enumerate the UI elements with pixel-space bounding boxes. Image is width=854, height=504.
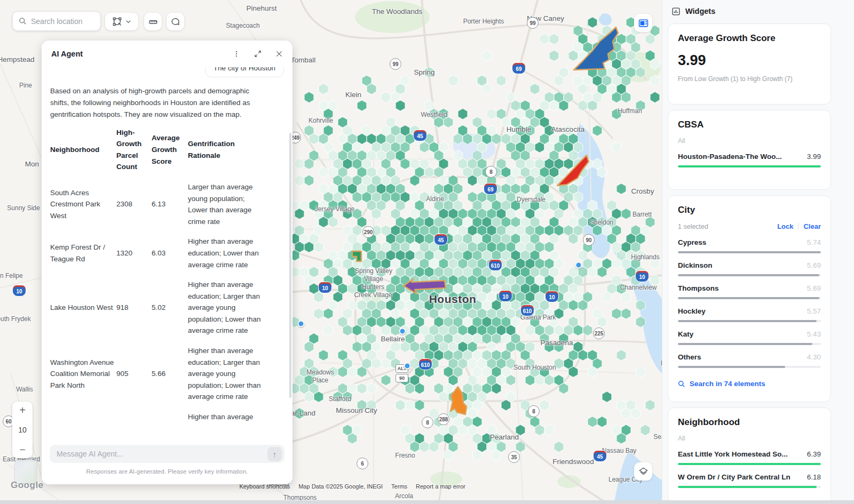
item-bar-track <box>678 251 821 253</box>
list-item[interactable]: Others4.30 <box>678 353 821 368</box>
route-shield-225: 225 <box>593 327 605 339</box>
table-cell-count: 918 <box>116 302 149 314</box>
list-item[interactable]: East Little York Homestead So...6.39 <box>678 450 821 465</box>
search-elements-link[interactable]: Search in 74 elements <box>678 380 821 388</box>
route-shield-10: 10 <box>635 270 649 282</box>
measure-button[interactable] <box>144 13 162 30</box>
map-label-jersey-village: Jersey Village <box>315 205 354 213</box>
lock-link[interactable]: Lock <box>777 222 793 230</box>
city-items: Cypress5.74Dickinson5.69Thompsons5.69Hoc… <box>678 238 821 368</box>
draw-area-button[interactable] <box>105 13 138 30</box>
toggle-widgets-panel-button[interactable] <box>634 14 652 32</box>
map-label-wallis: Wallis <box>16 386 33 394</box>
clear-link[interactable]: Clear <box>803 222 821 230</box>
zoom-out-button[interactable]: − <box>12 444 33 455</box>
cbsa-scope: All <box>678 137 821 145</box>
list-item[interactable]: Dickinson5.69 <box>678 261 821 276</box>
map-label-barrett: Barrett <box>632 211 652 219</box>
map-label-missouri-city: Missouri City <box>336 406 377 415</box>
map-point-marker[interactable] <box>298 321 305 327</box>
avg-growth-title: Average Growth Score <box>678 33 821 44</box>
kebab-menu-icon[interactable] <box>233 50 240 58</box>
item-name: Others <box>678 353 701 361</box>
app-window: PinehurstStagecoachThe WoodlandsPorter H… <box>0 0 854 504</box>
item-value: 5.69 <box>807 284 821 292</box>
map-label-porter-heights: Porter Heights <box>463 18 504 26</box>
item-name: East Little York Homestead So... <box>678 450 788 458</box>
neighborhood-scope: All <box>678 435 821 442</box>
list-item[interactable]: Houston-Pasadena-The Woo...3.99 <box>678 153 821 167</box>
widgets-header: Widgets <box>668 4 854 18</box>
list-item[interactable]: Cypress5.74 <box>678 238 821 253</box>
attribution-report[interactable]: Report a map error <box>416 483 465 490</box>
table-cell-neighborhood: South Acres Crestmont Park West <box>50 187 114 222</box>
cbsa-items: Houston-Pasadena-The Woo...3.99 <box>678 153 821 167</box>
map-label-nassau-bay: Nassau Bay <box>602 447 637 455</box>
map-label-stafford: Stafford <box>329 395 351 403</box>
gentrification-table: NeighborhoodHigh-Growth Parcel CountAver… <box>50 127 265 423</box>
expand-icon[interactable] <box>254 50 262 58</box>
list-item[interactable]: Katy5.43 <box>678 330 821 345</box>
list-item-row: Thompsons5.69 <box>678 284 821 292</box>
table-cell-score: 6.03 <box>152 247 186 259</box>
link-divider <box>798 223 798 230</box>
item-bar-track <box>678 486 821 488</box>
route-shield-99: 99 <box>390 58 401 70</box>
close-icon[interactable] <box>275 50 283 58</box>
neighborhood-items: East Little York Homestead So...6.39W Or… <box>678 450 821 488</box>
send-button[interactable]: ↑ <box>267 447 282 461</box>
ai-agent-header: AI Agent <box>42 41 292 67</box>
map-point-marker[interactable] <box>404 363 411 370</box>
item-bar-fill <box>678 274 819 276</box>
list-item[interactable]: W Orem Dr / City Park Central Ln6.18 <box>678 473 821 488</box>
route-shield-8: 8 <box>485 166 497 178</box>
table-cell-neighborhood: Lake Houston West <box>50 302 114 314</box>
map-label-crosby: Crosby <box>631 187 654 196</box>
map-label-hempstead: Hempstead <box>0 55 35 65</box>
table-cell-score: 5.66 <box>152 368 186 380</box>
ai-chat-scroll-area[interactable]: The city of Houston Based on an analysis… <box>42 67 292 438</box>
list-item[interactable]: Hockley5.57 <box>678 307 821 322</box>
item-bar-track <box>678 463 821 465</box>
route-shield-99: 99 <box>527 17 539 29</box>
list-item-row: East Little York Homestead So...6.39 <box>678 450 821 458</box>
item-bar-track <box>678 343 821 345</box>
list-item[interactable]: Thompsons5.69 <box>678 284 821 299</box>
route-shield-69: 69 <box>484 183 497 195</box>
route-shield-69: 69 <box>512 62 526 74</box>
table-cell-neighborhood: Washington Avenue Coalition Memorial Par… <box>50 357 114 391</box>
map-point-marker[interactable] <box>399 328 406 335</box>
zoom-in-button[interactable]: + <box>12 405 33 415</box>
message-input[interactable] <box>57 450 267 458</box>
item-name: Katy <box>678 330 693 338</box>
item-value: 6.39 <box>807 450 821 458</box>
comment-button[interactable] <box>167 13 184 30</box>
city-title: City <box>678 205 821 215</box>
map-label-pasadena: Pasadena <box>541 339 573 348</box>
attribution-terms[interactable]: Terms <box>391 483 407 490</box>
map-label-sheldon: Sheldon <box>590 219 613 227</box>
route-shield-10: 10 <box>545 291 559 302</box>
panel-scrollbar[interactable] <box>289 133 291 398</box>
chevron-down-icon <box>125 19 131 25</box>
table-cell-score: 5.02 <box>152 302 186 314</box>
avg-growth-caption: From Low Growth (1) to High Growth (7) <box>678 75 821 83</box>
item-name: W Orem Dr / City Park Central Ln <box>678 473 790 481</box>
table-cell-rationale: Higher than average education; Larger th… <box>188 345 265 403</box>
layers-button[interactable] <box>634 462 652 481</box>
route-shield-288: 288 <box>438 413 449 425</box>
route-shield-610: 610 <box>520 305 534 316</box>
layers-icon <box>638 467 649 477</box>
search-input[interactable] <box>31 17 94 26</box>
cbsa-title: CBSA <box>678 119 821 130</box>
attribution-map[interactable]: Map Data ©2025 Google, INEGI <box>298 483 383 490</box>
ai-agent-title: AI Agent <box>51 50 83 58</box>
map-point-marker[interactable] <box>575 262 582 269</box>
map-label-san-felipe: San Felipe <box>0 272 23 280</box>
map-label-pearland: Pearland <box>490 433 519 442</box>
horizontal-scrollbar[interactable] <box>0 500 854 504</box>
table-header: Average Growth Score <box>152 132 186 167</box>
list-item-row: Cypress5.74 <box>678 238 821 246</box>
table-cell-count: 905 <box>116 368 149 380</box>
location-search[interactable] <box>12 11 101 31</box>
